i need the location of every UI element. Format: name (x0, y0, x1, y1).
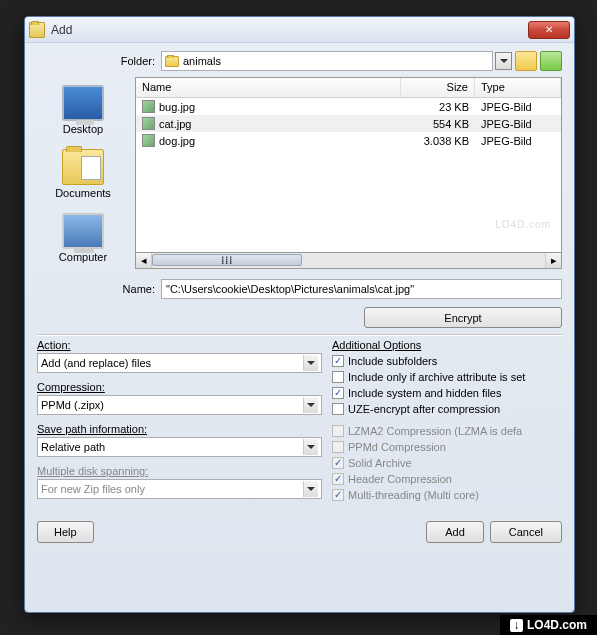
image-icon (142, 117, 155, 130)
folder-label: Folder: (37, 55, 161, 67)
site-watermark: ↓ LO4D.com (500, 615, 597, 635)
folder-icon (165, 56, 179, 67)
diskspan-label: Multiple disk spanning: (37, 465, 322, 477)
col-header-name[interactable]: Name (136, 78, 401, 97)
folder-combo[interactable]: animals (161, 51, 493, 71)
checkbox-system-hidden[interactable]: Include system and hidden files (332, 385, 562, 401)
cancel-button[interactable]: Cancel (490, 521, 562, 543)
checkbox-icon (332, 489, 344, 501)
checkbox-archive-attribute[interactable]: Include only if archive attribute is set (332, 369, 562, 385)
dialog-window: Add ✕ Folder: animals Desktop Document (24, 16, 575, 613)
folder-row: Folder: animals (37, 51, 562, 71)
file-row[interactable]: dog.jpg 3.038 KB JPEG-Bild (136, 132, 561, 149)
file-name: cat.jpg (159, 118, 191, 130)
up-folder-button[interactable] (515, 51, 537, 71)
name-value: "C:\Users\cookie\Desktop\Pictures\animal… (166, 283, 414, 295)
dialog-body: Folder: animals Desktop Documents (25, 43, 574, 555)
checkbox-icon (332, 425, 344, 437)
dropdown-icon (303, 481, 318, 497)
file-row[interactable]: bug.jpg 23 KB JPEG-Bild (136, 98, 561, 115)
file-size: 3.038 KB (401, 135, 475, 147)
file-list[interactable]: Name Size Type bug.jpg 23 KB JPEG-Bild c… (135, 77, 562, 253)
file-pane: Name Size Type bug.jpg 23 KB JPEG-Bild c… (135, 77, 562, 271)
scroll-track[interactable]: ⁞⁞⁞ (152, 253, 545, 268)
sidebar-item-documents[interactable]: Documents (39, 149, 127, 199)
add-button[interactable]: Add (426, 521, 484, 543)
watermark: LO4D.com (495, 219, 551, 230)
compression-combo[interactable]: PPMd (.zipx) (37, 395, 322, 415)
folder-dropdown-button[interactable] (495, 52, 512, 70)
file-row[interactable]: cat.jpg 554 KB JPEG-Bild (136, 115, 561, 132)
file-type: JPEG-Bild (475, 135, 561, 147)
name-input[interactable]: "C:\Users\cookie\Desktop\Pictures\animal… (161, 279, 562, 299)
close-button[interactable]: ✕ (528, 21, 570, 39)
savepath-combo[interactable]: Relative path (37, 437, 322, 457)
checkbox-label: Header Compression (348, 473, 452, 485)
scroll-thumb[interactable]: ⁞⁞⁞ (152, 254, 302, 266)
checkbox-icon[interactable] (332, 387, 344, 399)
name-row: Name: "C:\Users\cookie\Desktop\Pictures\… (37, 279, 562, 299)
diskspan-combo: For new Zip files only (37, 479, 322, 499)
checkbox-label: PPMd Compression (348, 441, 446, 453)
options-row: Action: Add (and replace) files Compress… (37, 339, 562, 507)
site-name: LO4D.com (527, 618, 587, 632)
file-list-header[interactable]: Name Size Type (136, 78, 561, 98)
file-name: bug.jpg (159, 101, 195, 113)
checkbox-include-subfolders[interactable]: Include subfolders (332, 353, 562, 369)
name-label: Name: (37, 283, 161, 295)
diskspan-value: For new Zip files only (41, 483, 145, 495)
checkbox-label: Include system and hidden files (348, 387, 501, 399)
dropdown-icon[interactable] (303, 439, 318, 455)
checkbox-uze-encrypt[interactable]: UZE-encrypt after compression (332, 401, 562, 417)
checkbox-icon (332, 473, 344, 485)
file-size: 23 KB (401, 101, 475, 113)
documents-icon (62, 149, 104, 185)
col-header-type[interactable]: Type (475, 78, 561, 97)
checkbox-lzma2: LZMA2 Compression (LZMA is defa (332, 423, 562, 439)
help-button[interactable]: Help (37, 521, 94, 543)
checkbox-label: Include subfolders (348, 355, 437, 367)
checkbox-icon[interactable] (332, 403, 344, 415)
browser-row: Desktop Documents Computer Name Size Typ… (37, 77, 562, 271)
file-type: JPEG-Bild (475, 101, 561, 113)
col-header-size[interactable]: Size (401, 78, 475, 97)
scroll-left-button[interactable]: ◂ (136, 253, 152, 268)
checkbox-label: UZE-encrypt after compression (348, 403, 500, 415)
checkbox-header-compression: Header Compression (332, 471, 562, 487)
new-folder-button[interactable] (540, 51, 562, 71)
savepath-value: Relative path (41, 441, 105, 453)
encrypt-row: Encrypt (37, 307, 562, 328)
action-combo[interactable]: Add (and replace) files (37, 353, 322, 373)
checkbox-icon[interactable] (332, 355, 344, 367)
separator (37, 334, 562, 335)
checkbox-icon[interactable] (332, 371, 344, 383)
checkbox-multithreading: Multi-threading (Multi core) (332, 487, 562, 503)
additional-options-title: Additional Options (332, 339, 562, 351)
folder-value: animals (183, 55, 489, 67)
checkbox-label: Solid Archive (348, 457, 412, 469)
compression-value: PPMd (.zipx) (41, 399, 104, 411)
options-left: Action: Add (and replace) files Compress… (37, 339, 322, 507)
dropdown-icon[interactable] (303, 355, 318, 371)
compression-label: Compression: (37, 381, 322, 393)
download-icon: ↓ (510, 619, 523, 632)
titlebar[interactable]: Add ✕ (25, 17, 574, 43)
dropdown-icon[interactable] (303, 397, 318, 413)
window-title: Add (51, 23, 528, 37)
computer-icon (62, 213, 104, 249)
sidebar-item-computer[interactable]: Computer (39, 213, 127, 263)
file-name: dog.jpg (159, 135, 195, 147)
image-icon (142, 134, 155, 147)
checkbox-label: Include only if archive attribute is set (348, 371, 525, 383)
scroll-right-button[interactable]: ▸ (545, 253, 561, 268)
action-value: Add (and replace) files (41, 357, 151, 369)
encrypt-button[interactable]: Encrypt (364, 307, 562, 328)
places-sidebar: Desktop Documents Computer (37, 77, 129, 271)
action-label: Action: (37, 339, 322, 351)
sidebar-item-desktop[interactable]: Desktop (39, 85, 127, 135)
file-size: 554 KB (401, 118, 475, 130)
sidebar-item-label: Documents (55, 187, 111, 199)
button-row: Help Add Cancel (37, 521, 562, 543)
horizontal-scrollbar[interactable]: ◂ ⁞⁞⁞ ▸ (135, 253, 562, 269)
checkbox-icon (332, 457, 344, 469)
